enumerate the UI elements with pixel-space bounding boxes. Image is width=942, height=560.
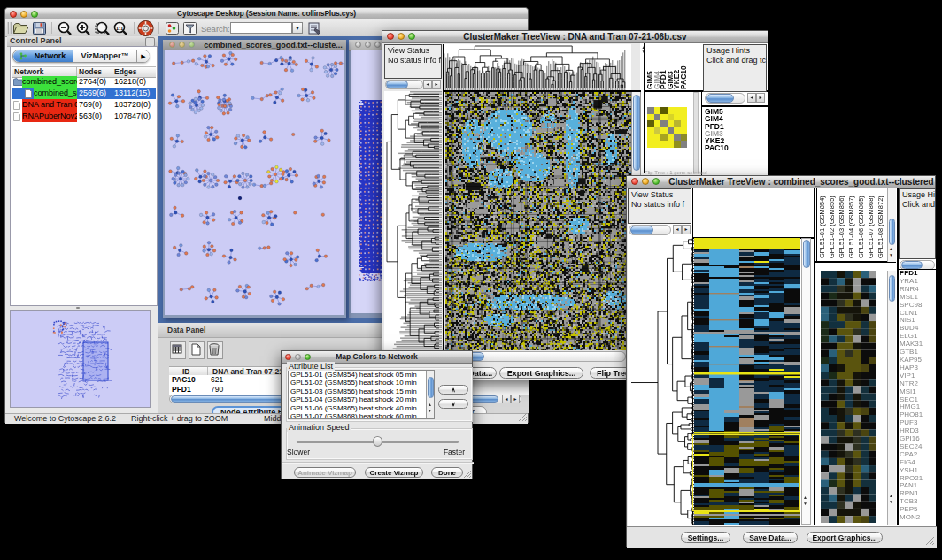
- svg-text:1:1: 1:1: [116, 26, 124, 31]
